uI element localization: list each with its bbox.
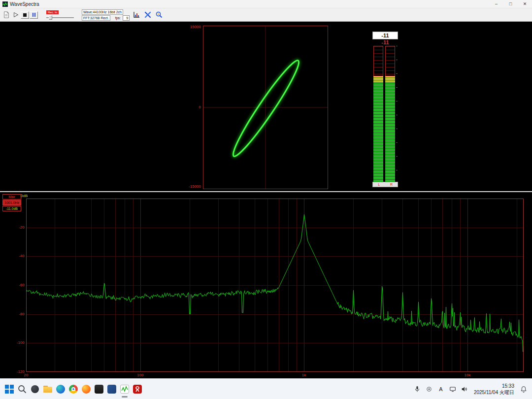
meter-channel-labels: L R (372, 182, 398, 187)
stop-button[interactable] (21, 11, 29, 19)
meter-green-segment (385, 82, 395, 182)
channel-left-label: L (373, 182, 385, 187)
edge-button[interactable] (54, 380, 67, 398)
play-icon[interactable] (11, 10, 20, 19)
ime-mode-indicator[interactable]: A (435, 382, 446, 397)
y-axis-zero-label: 0dB (21, 194, 28, 198)
minimize-button[interactable]: – (489, 0, 503, 8)
notification-bell-icon[interactable] (518, 382, 529, 397)
network-icon[interactable] (447, 382, 458, 397)
firefox-icon (82, 385, 91, 394)
slider-thumb[interactable] (49, 15, 52, 20)
lissajous-axis-min: -15000 (179, 184, 201, 189)
meter-green-segment (373, 82, 383, 182)
y-tick-label: -120 (8, 369, 25, 374)
meter-yellow-segment (385, 76, 395, 82)
system-tray: A 15:33 2025/11/04 火曜日 (412, 382, 529, 397)
word-icon (107, 385, 116, 394)
word-button[interactable] (105, 380, 118, 398)
taskbar-clock[interactable]: 15:33 2025/11/04 火曜日 (471, 383, 517, 396)
open-file-icon[interactable] (2, 10, 11, 19)
settings-tools-icon[interactable] (143, 10, 152, 20)
clock-date: 2025/11/04 火曜日 (474, 389, 514, 396)
title-bar: WaveSpectra – □ ✕ (0, 0, 532, 8)
max-level-readout: -11.0dB (2, 206, 21, 211)
edge-icon (56, 385, 65, 394)
maximize-button[interactable]: □ (503, 0, 518, 8)
meter-yellow-segment (373, 76, 383, 82)
meter-unlit-segment (385, 46, 395, 76)
wavespectra-window: WaveSpectra – □ ✕ Rec. In (0, 0, 532, 399)
task-view-icon (31, 385, 39, 393)
max-peak-info: Max 1001.0Hz -11.0dB (2, 194, 21, 211)
acrobat-button[interactable] (131, 380, 144, 398)
pause-button[interactable] (30, 11, 38, 19)
pause-icon (33, 13, 35, 17)
spectrum-plot (26, 199, 524, 372)
wave-format-info: Wave:44100Hz 16bit 2ch (82, 9, 123, 15)
search-button[interactable] (16, 380, 29, 398)
max-label: Max (2, 194, 21, 200)
taskbar: A 15:33 2025/11/04 火曜日 (0, 378, 532, 399)
wavespectra-taskbar-button[interactable] (118, 380, 131, 398)
firefox-button[interactable] (80, 380, 93, 398)
rec-in-badge: Rec. In (46, 10, 59, 14)
x-tick-label: 1k (302, 373, 306, 377)
peak-readout-right: -11 (372, 39, 398, 46)
y-tick-label: -60 (8, 283, 25, 287)
tray-status-icon[interactable] (424, 382, 434, 397)
meter-scale-ticks (396, 46, 398, 182)
x-tick-label: 20 (24, 373, 29, 377)
y-tick-label: -100 (8, 340, 25, 345)
fps-value[interactable]: 9 (123, 15, 130, 21)
lissajous-ellipse (228, 57, 304, 161)
y-tick-label: -40 (8, 254, 25, 258)
channel-right-label: R (385, 182, 398, 187)
max-frequency-readout: 1001.0Hz (2, 200, 21, 205)
meter-bar-left (373, 46, 383, 182)
fps-label: fps: (115, 16, 121, 20)
spectrum-panel: Max 1001.0Hz -11.0dB 0dB -20 -40 -60 -80… (0, 191, 532, 378)
y-tick-label: -20 (8, 225, 25, 230)
level-meter: -11 -11 L R (372, 32, 398, 187)
terminal-button[interactable] (93, 380, 105, 398)
input-level-slider[interactable] (46, 15, 74, 20)
y-tick-label: -80 (8, 312, 25, 316)
toolbar: Rec. In Wave:44100Hz 16bit 2ch FFT:32768… (0, 8, 532, 22)
fft-settings-info: FFT:32768 Rect. (82, 15, 110, 21)
lissajous-axis-mid: 0 (179, 105, 201, 109)
terminal-icon (95, 385, 103, 394)
analyze-zoom-icon[interactable] (154, 10, 164, 20)
meter-bars (372, 46, 398, 182)
x-tick-label: 100 (137, 373, 143, 377)
peak-readout-left: -11 (372, 32, 398, 39)
app-icon (2, 1, 8, 7)
meter-unlit-segment (373, 46, 383, 76)
meter-bar-right (385, 46, 395, 182)
start-button[interactable] (3, 380, 16, 398)
lissajous-display (203, 26, 328, 189)
axes-settings-icon[interactable] (132, 10, 141, 20)
record-input-group: Rec. In (46, 10, 75, 20)
chrome-button[interactable] (67, 380, 80, 398)
window-controls: – □ ✕ (489, 0, 532, 8)
volume-icon[interactable] (459, 382, 470, 397)
microphone-icon[interactable] (412, 382, 423, 397)
clock-time: 15:33 (502, 383, 514, 389)
format-info-group: Wave:44100Hz 16bit 2ch FFT:32768 Rect. f… (82, 9, 130, 21)
file-explorer-button[interactable] (41, 380, 54, 398)
stop-icon (23, 13, 27, 17)
task-view-button[interactable] (29, 380, 41, 398)
close-button[interactable]: ✕ (518, 0, 532, 8)
window-title: WaveSpectra (10, 1, 39, 7)
lissajous-axis-max: 15000 (179, 25, 201, 29)
x-tick-label: 10k (465, 373, 471, 377)
lissajous-panel: 15000 0 -15000 -11 -11 (0, 22, 532, 192)
